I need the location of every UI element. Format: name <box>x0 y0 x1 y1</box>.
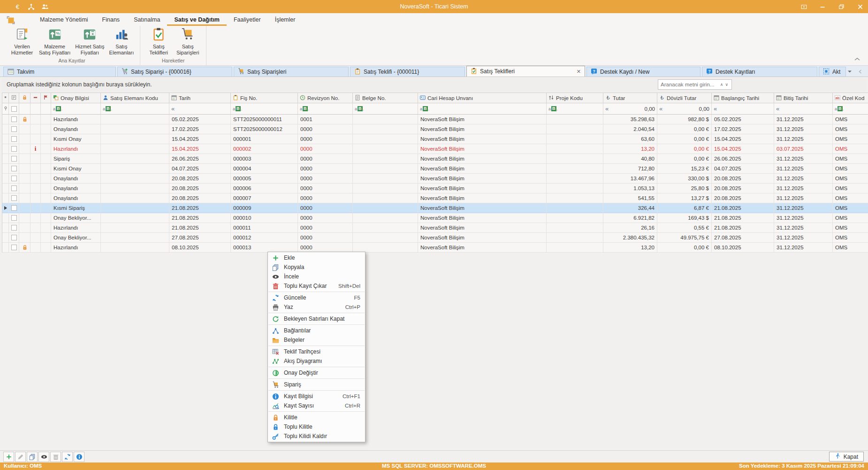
ribbon-collapse-icon[interactable] <box>854 55 860 63</box>
cell-zel-kod[interactable]: OMS <box>833 115 868 124</box>
cell-tutar[interactable]: 1.053,13 <box>603 184 657 193</box>
ribbon-tab-finans[interactable]: Finans <box>95 14 127 26</box>
cell-tutar[interactable]: 326,44 <box>603 203 657 213</box>
cell-revizyon-no[interactable]: 0000 <box>298 124 353 134</box>
table-row[interactable]: Hazırlandı05.02.2025STT20250000000110001… <box>2 115 868 124</box>
cell-tarih[interactable]: 20.08.2025 <box>169 193 231 203</box>
cell-onay-bilgisi[interactable]: Hazırlandı <box>51 223 101 233</box>
filter-pin-icon[interactable] <box>2 103 9 115</box>
checkbox[interactable] <box>11 116 17 122</box>
cell-tutar[interactable]: 712,80 <box>603 164 657 174</box>
cell-ba-lang-tarihi[interactable]: 15.04.2025 <box>712 134 774 144</box>
table-row[interactable]: Onay Bekliyor...21.08.20250000100000Nove… <box>2 213 868 223</box>
menu-item-kay-t-bilgisi[interactable]: Kayıt BilgisiCtrl+F1 <box>268 392 365 401</box>
column-header-revizyon-no[interactable]: Revizyon No. <box>298 92 353 103</box>
column-header-tutar[interactable]: ₺Tutar <box>603 92 657 103</box>
checkbox[interactable] <box>11 126 17 132</box>
cell-tutar[interactable]: 541,55 <box>603 193 657 203</box>
contains-filter-icon[interactable]: aB. <box>53 106 62 111</box>
menu-item-toplu-kilidi-kald-r[interactable]: Toplu Kilidi Kaldır <box>268 431 365 441</box>
cell-ba-lang-tarihi[interactable]: 21.08.2025 <box>712 213 774 223</box>
tab-destek-kay-tlar[interactable]: ?Destek Kayıtları <box>702 67 817 77</box>
cell-biti-tarihi[interactable]: 31.12.2025 <box>774 203 833 213</box>
row-checkbox-cell[interactable] <box>9 124 19 134</box>
cell-ba-lang-tarihi[interactable]: 20.08.2025 <box>712 174 774 184</box>
cell-belge-no[interactable] <box>353 213 418 223</box>
cell-onay-bilgisi[interactable]: Hazırlandı <box>51 144 101 154</box>
cell-cari-hesap-unvan[interactable]: NoveraSoft Bilişim <box>418 115 547 124</box>
cell-fi-no[interactable]: 000013 <box>231 243 298 253</box>
cell-cari-hesap-unvan[interactable]: NoveraSoft Bilişim <box>418 203 547 213</box>
ribbon-button-sat-elemanlar[interactable]: SatışElemanları <box>108 26 136 57</box>
menu-item-kilitle[interactable]: Kilitle <box>268 413 365 422</box>
cell-d-vizli-tutar[interactable]: 6,87 € <box>657 203 712 213</box>
cell-onay-bilgisi[interactable]: Onay Bekliyor... <box>51 213 101 223</box>
column-header-cari-hesap-unvan[interactable]: Cari Hesap Unvanı <box>418 92 547 103</box>
cell-belge-no[interactable] <box>353 134 418 144</box>
filter-cell-d-vizli-tutar[interactable]: «0,00 <box>657 103 712 115</box>
filter-cell-revizyon-no[interactable]: aB. <box>298 103 353 115</box>
cell-sat-eleman-kodu[interactable] <box>101 233 169 243</box>
cell-onay-bilgisi[interactable]: Onaylandı <box>51 184 101 193</box>
cell-d-vizli-tutar[interactable]: 13,27 $ <box>657 193 712 203</box>
comparison-filter-icon[interactable]: « <box>714 105 717 112</box>
cell-fi-no[interactable]: 000009 <box>231 203 298 213</box>
cell-revizyon-no[interactable]: 0000 <box>298 144 353 154</box>
filter-cell-proje-kodu[interactable]: aB. <box>547 103 603 115</box>
row-checkbox-cell[interactable] <box>9 193 19 203</box>
checkbox[interactable] <box>11 176 17 181</box>
cell-ba-lang-tarihi[interactable]: 17.02.2025 <box>712 124 774 134</box>
cell-fi-no[interactable]: STT2025000000011 <box>231 115 298 124</box>
cell-d-vizli-tutar[interactable]: 0,00 € <box>657 154 712 164</box>
search-next-icon[interactable]: ∨ <box>724 82 729 87</box>
row-checkbox-cell[interactable] <box>9 203 19 213</box>
cell-revizyon-no[interactable]: 0000 <box>298 233 353 243</box>
checkbox[interactable] <box>11 166 17 171</box>
cell-revizyon-no[interactable]: 0000 <box>298 154 353 164</box>
search-prev-icon[interactable]: ∧ <box>719 82 724 87</box>
cell-zel-kod[interactable]: OMS <box>833 124 868 134</box>
minimize-icon[interactable] <box>819 3 826 10</box>
cell-sat-eleman-kodu[interactable] <box>101 184 169 193</box>
checkbox[interactable] <box>11 205 17 211</box>
cell-cari-hesap-unvan[interactable]: NoveraSoft Bilişim <box>418 154 547 164</box>
cell-belge-no[interactable] <box>353 203 418 213</box>
cell-biti-tarihi[interactable]: 03.07.2025 <box>774 144 833 154</box>
cell-tarih[interactable]: 27.08.2025 <box>169 233 231 243</box>
cell-tutar[interactable]: 13,20 <box>603 144 657 154</box>
cell-fi-no[interactable]: 000007 <box>231 193 298 203</box>
table-row[interactable]: Hazırlandı08.10.20250000130000NoveraSoft… <box>2 243 868 253</box>
table-row[interactable]: Hazırlandı21.08.20250000110000NoveraSoft… <box>2 223 868 233</box>
table-row[interactable]: Onaylandı17.02.2025STT20250000000120000N… <box>2 124 868 134</box>
cell-onay-bilgisi[interactable]: Kısmi Sipariş <box>51 203 101 213</box>
cell-tarih[interactable]: 15.04.2025 <box>169 144 231 154</box>
cell-d-vizli-tutar[interactable]: 0,00 € <box>657 124 712 134</box>
cell-tarih[interactable]: 21.08.2025 <box>169 213 231 223</box>
cell-zel-kod[interactable]: OMS <box>833 164 868 174</box>
ribbon-tab-sat-ve-da-t-m[interactable]: Satış ve Dağıtım <box>167 14 227 26</box>
status-column-header[interactable] <box>30 92 41 103</box>
cell-sat-eleman-kodu[interactable] <box>101 124 169 134</box>
cell-revizyon-no[interactable]: 0000 <box>298 134 353 144</box>
cell-cari-hesap-unvan[interactable]: NoveraSoft Bilişim <box>418 174 547 184</box>
cell-biti-tarihi[interactable]: 31.12.2025 <box>774 115 833 124</box>
cell-belge-no[interactable] <box>353 115 418 124</box>
comparison-filter-icon[interactable]: « <box>659 105 662 112</box>
cell-zel-kod[interactable]: OMS <box>833 193 868 203</box>
cell-d-vizli-tutar[interactable]: 0,00 € <box>657 134 712 144</box>
cell-revizyon-no[interactable]: 0000 <box>298 184 353 193</box>
checkbox[interactable] <box>11 235 17 240</box>
checkbox-column-header[interactable] <box>9 92 19 103</box>
cell-tarih[interactable]: 08.10.2025 <box>169 243 231 253</box>
menu-item-g-ncelle[interactable]: GüncelleF5 <box>268 293 365 302</box>
comparison-filter-icon[interactable]: « <box>605 105 609 112</box>
cell-onay-bilgisi[interactable]: Onaylandı <box>51 124 101 134</box>
ribbon-tab-sat-nalma[interactable]: Satınalma <box>127 14 167 26</box>
contains-filter-icon[interactable]: aB. <box>103 106 112 111</box>
cell-ba-lang-tarihi[interactable]: 26.06.2025 <box>712 154 774 164</box>
filter-cell-sat-eleman-kodu[interactable]: aB. <box>101 103 169 115</box>
cell-proje-kodu[interactable] <box>547 223 603 233</box>
cell-tarih[interactable]: 17.02.2025 <box>169 124 231 134</box>
cell-belge-no[interactable] <box>353 164 418 174</box>
cell-proje-kodu[interactable] <box>547 134 603 144</box>
